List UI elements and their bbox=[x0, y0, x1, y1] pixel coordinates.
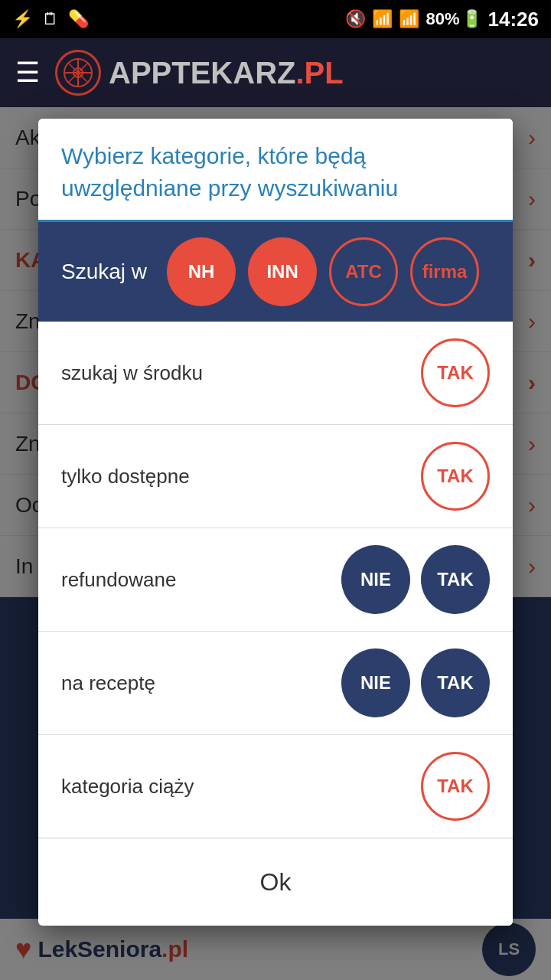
ok-button[interactable]: Ok bbox=[230, 861, 322, 904]
refundowane-tak-button[interactable]: TAK bbox=[421, 545, 490, 614]
ciazy-tak-button[interactable]: TAK bbox=[421, 752, 490, 821]
search-in-label: Szukaj w bbox=[61, 260, 147, 284]
search-btn-atc[interactable]: ATC bbox=[329, 237, 398, 306]
option-refundowane: refundowane NIE TAK bbox=[38, 528, 513, 632]
szukaj-w-srodku-label: szukaj w środku bbox=[61, 361, 421, 385]
app-logo: APPTEKARZ.PL bbox=[55, 50, 344, 96]
refundowane-buttons: NIE TAK bbox=[341, 545, 490, 614]
na-recepte-label: na receptę bbox=[61, 671, 341, 695]
kategoria-ciazy-buttons: TAK bbox=[421, 752, 490, 821]
battery-icon: 🔋 bbox=[461, 9, 482, 29]
tylko-dostepne-buttons: TAK bbox=[421, 442, 490, 511]
battery-indicator: 80% 🔋 bbox=[425, 9, 481, 29]
status-bar-right: 🔇 📶 📶 80% 🔋 14:26 bbox=[345, 8, 539, 31]
szukaj-tak-button[interactable]: TAK bbox=[421, 338, 490, 407]
hamburger-menu-icon[interactable]: ☰ bbox=[15, 57, 40, 89]
refundowane-label: refundowane bbox=[61, 568, 341, 592]
mute-icon: 🔇 bbox=[345, 9, 366, 29]
tylko-dostepne-label: tylko dostępne bbox=[61, 465, 421, 488]
usb-icon: ⚡ bbox=[12, 9, 33, 29]
na-recepte-buttons: NIE TAK bbox=[341, 648, 490, 717]
search-row: Szukaj w NH INN ATC firma bbox=[38, 222, 513, 322]
status-bar: ⚡ 🗒 💊 🔇 📶 📶 80% 🔋 14:26 bbox=[0, 0, 551, 38]
option-kategoria-ciazy: kategoria ciąży TAK bbox=[38, 735, 513, 838]
pill-icon: 💊 bbox=[68, 9, 89, 29]
search-btn-firma[interactable]: firma bbox=[410, 237, 479, 306]
sim-icon: 🗒 bbox=[42, 9, 59, 29]
wifi-icon: 📶 bbox=[372, 9, 393, 29]
app-domain: .PL bbox=[295, 56, 343, 90]
option-na-recepte: na receptę NIE TAK bbox=[38, 632, 513, 735]
ok-row: Ok bbox=[38, 838, 513, 926]
option-tylko-dostepne: tylko dostępne TAK bbox=[38, 425, 513, 528]
status-bar-left: ⚡ 🗒 💊 bbox=[12, 9, 89, 29]
refundowane-nie-button[interactable]: NIE bbox=[341, 545, 410, 614]
search-btn-inn[interactable]: INN bbox=[248, 237, 317, 306]
option-szukaj-w-srodku: szukaj w środku TAK bbox=[38, 322, 513, 425]
app-name: APPTEKARZ.PL bbox=[109, 56, 344, 90]
options-list: szukaj w środku TAK tylko dostępne TAK r… bbox=[38, 322, 513, 838]
modal-title-text: Wybierz kategorie, które będą uwzględnia… bbox=[61, 140, 490, 204]
signal-icon: 📶 bbox=[399, 9, 419, 29]
kategoria-ciazy-label: kategoria ciąży bbox=[61, 775, 421, 799]
szukaj-w-srodku-buttons: TAK bbox=[421, 338, 490, 407]
logo-circle-icon bbox=[55, 50, 101, 96]
dostepne-tak-button[interactable]: TAK bbox=[421, 442, 490, 511]
recepte-nie-button[interactable]: NIE bbox=[341, 648, 410, 717]
category-modal: Wybierz kategorie, które będą uwzględnia… bbox=[38, 119, 513, 926]
search-btn-nh[interactable]: NH bbox=[167, 237, 236, 306]
modal-title-section: Wybierz kategorie, które będą uwzględnia… bbox=[38, 119, 513, 222]
clock: 14:26 bbox=[488, 8, 540, 31]
recepte-tak-button[interactable]: TAK bbox=[421, 648, 490, 717]
app-header: ☰ APPTEKARZ.PL bbox=[0, 38, 551, 107]
battery-percent: 80% bbox=[425, 9, 459, 29]
